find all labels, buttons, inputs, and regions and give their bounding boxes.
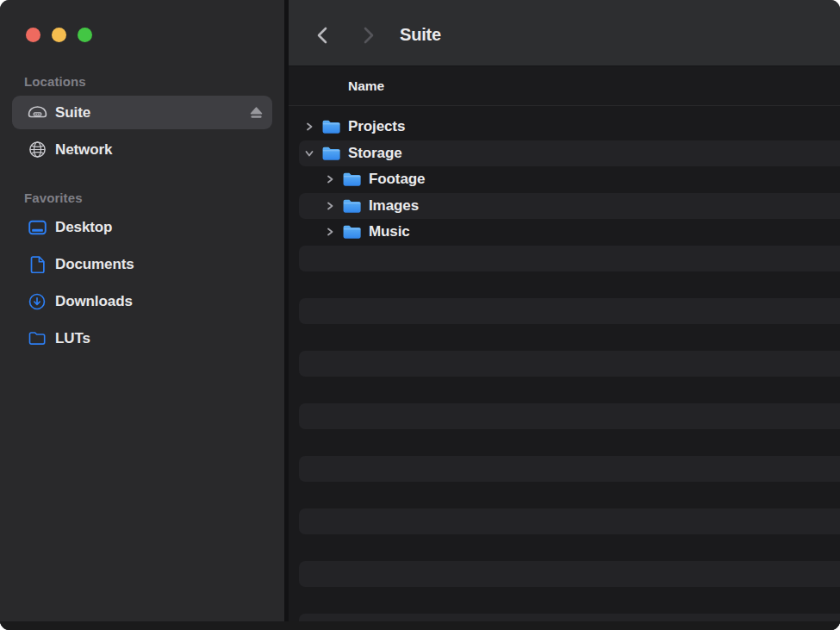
empty-row [299, 403, 840, 430]
document-icon [26, 256, 48, 273]
sidebar-item-label: LUTs [55, 330, 90, 347]
content-area: Suite Name Projects Storage [289, 0, 840, 630]
file-list: Projects Storage Footage [289, 106, 840, 630]
sidebar: Locations Suite Network Favorites Deskto… [0, 0, 284, 630]
sidebar-item-network[interactable]: Network [12, 133, 272, 166]
empty-row [299, 587, 840, 614]
downloads-icon [26, 293, 48, 310]
file-row-projects[interactable]: Projects [299, 114, 840, 140]
empty-row [299, 377, 840, 403]
folder-icon [342, 224, 362, 240]
back-button[interactable] [314, 25, 330, 46]
window-bottom-edge [0, 621, 840, 630]
sidebar-item-documents[interactable]: Documents [12, 247, 272, 281]
finder-window: Locations Suite Network Favorites Deskto… [0, 0, 840, 630]
sidebar-item-label: Desktop [55, 219, 112, 236]
sidebar-item-suite[interactable]: Suite [12, 96, 272, 129]
empty-row [299, 534, 840, 561]
column-header-row: Name [289, 65, 840, 106]
sidebar-section-favorites: Favorites Desktop Documents Downloads LU… [0, 190, 284, 355]
chevron-right-icon [365, 28, 372, 42]
globe-icon [26, 140, 48, 159]
chevron-left-icon [319, 28, 326, 42]
sidebar-item-downloads[interactable]: Downloads [12, 284, 272, 318]
file-row-storage[interactable]: Storage [299, 140, 840, 167]
folder-icon [342, 198, 362, 214]
empty-row [299, 429, 840, 456]
folder-icon [321, 146, 341, 161]
eject-button[interactable] [249, 106, 264, 119]
empty-row [299, 324, 840, 351]
zoom-button[interactable] [78, 28, 92, 42]
file-name: Projects [348, 118, 405, 135]
disclosure-chevron-icon[interactable] [323, 225, 337, 239]
sidebar-item-label: Downloads [55, 293, 133, 310]
sidebar-section-label: Favorites [24, 190, 284, 205]
sidebar-item-label: Documents [55, 256, 134, 273]
file-row-music[interactable]: Music [299, 219, 840, 246]
desktop-icon [26, 220, 48, 235]
window-title: Suite [400, 25, 441, 45]
disclosure-chevron-icon[interactable] [323, 199, 337, 213]
empty-row [299, 351, 840, 377]
file-row-footage[interactable]: Footage [299, 166, 840, 193]
empty-row [299, 246, 840, 272]
empty-row [299, 298, 840, 325]
external-drive-icon [26, 103, 48, 122]
disclosure-chevron-icon[interactable] [323, 172, 337, 186]
sidebar-section-label: Locations [24, 74, 284, 89]
column-header-name[interactable]: Name [289, 78, 384, 94]
empty-row [299, 561, 840, 588]
sidebar-section-locations: Locations Suite Network [0, 74, 284, 166]
empty-row [299, 482, 840, 508]
file-name: Images [369, 197, 419, 215]
file-row-images[interactable]: Images [299, 193, 840, 220]
folder-outline-icon [26, 331, 48, 346]
sidebar-item-label: Network [55, 141, 112, 159]
minimize-button[interactable] [52, 28, 66, 42]
empty-row [299, 456, 840, 483]
sidebar-item-desktop[interactable]: Desktop [12, 210, 272, 244]
sidebar-item-label: Suite [55, 104, 90, 122]
empty-row [299, 508, 840, 535]
traffic-lights [0, 0, 284, 42]
folder-icon [321, 119, 341, 134]
folder-icon [342, 172, 362, 187]
forward-button[interactable] [361, 25, 376, 46]
sidebar-item-luts[interactable]: LUTs [12, 321, 272, 355]
file-name: Storage [348, 145, 402, 162]
toolbar: Suite [289, 0, 840, 65]
file-name: Music [369, 223, 410, 240]
disclosure-chevron-icon[interactable] [302, 120, 316, 134]
disclosure-chevron-icon[interactable] [302, 147, 316, 160]
close-button[interactable] [26, 28, 40, 42]
empty-row [299, 271, 840, 298]
file-name: Footage [369, 171, 425, 188]
